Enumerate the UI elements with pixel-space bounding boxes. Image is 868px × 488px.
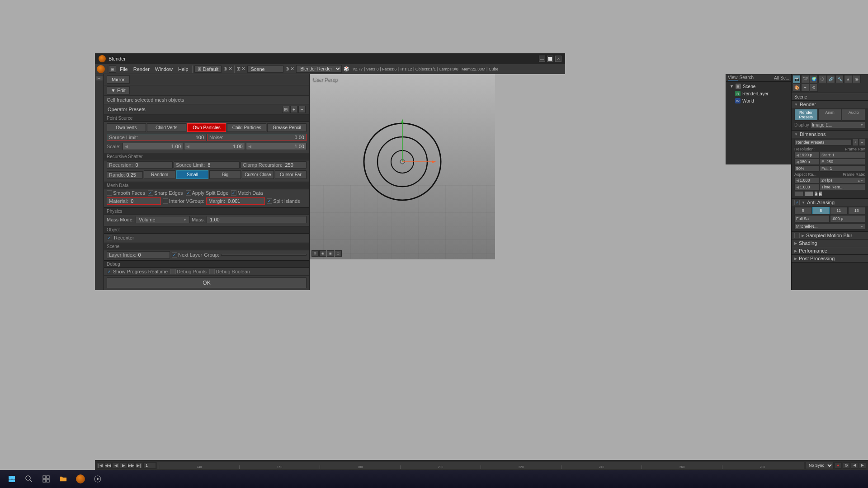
blender-taskbar-button[interactable] xyxy=(72,471,89,487)
scale-x-field[interactable]: ◀ 1.00 xyxy=(123,143,183,150)
constraint-props-icon[interactable]: 🔗 xyxy=(827,75,835,83)
outliner-renderlayer-item[interactable]: R RenderLayer xyxy=(728,90,789,97)
window-controls[interactable]: — ⬜ ✕ xyxy=(539,56,561,62)
presets-plus-btn[interactable]: + xyxy=(852,139,859,146)
scale-z-field[interactable]: ◀ 1.00 xyxy=(246,143,307,150)
percent-field[interactable]: 50% xyxy=(794,165,819,172)
aspect-x-field[interactable]: ◀ 1.000 xyxy=(794,177,819,183)
cursor-close-button[interactable]: Cursor Close xyxy=(242,170,274,179)
screen-x-icon[interactable]: ✕ xyxy=(228,66,232,72)
presets-controls[interactable]: ⊞ + − xyxy=(282,106,306,113)
recenter-checkbox[interactable]: ✓ xyxy=(107,235,112,240)
t-panel-toggle[interactable]: T xyxy=(96,76,103,81)
world-props-icon[interactable]: 🌍 xyxy=(810,75,818,83)
physics-props-icon[interactable]: ⚙ xyxy=(810,84,818,92)
sharp-edges-checkbox[interactable]: ✓ xyxy=(148,190,153,196)
own-particles-button[interactable]: Own Particles xyxy=(187,123,226,132)
interior-vgroup-checkbox[interactable] xyxy=(163,198,168,204)
res-y-left-arr[interactable]: ◀ xyxy=(796,160,799,164)
outliner-view-tab[interactable]: View xyxy=(728,75,738,80)
motion-blur-header[interactable]: ▶ Sampled Motion Blur xyxy=(792,232,868,239)
preset-add-icon[interactable]: + xyxy=(290,106,297,113)
reverse-play-btn[interactable]: ◀ xyxy=(112,462,119,469)
motion-blur-checkbox[interactable] xyxy=(794,233,800,238)
aspect-y-field[interactable]: ◀ 1.000 xyxy=(794,184,819,190)
aa-value-field[interactable]: .000 p xyxy=(830,215,865,222)
child-verts-button[interactable]: Child Verts xyxy=(147,123,186,132)
res-x-left-arr[interactable]: ◀ xyxy=(796,153,799,157)
search-button[interactable] xyxy=(21,471,37,487)
mirror-button[interactable]: Mirror xyxy=(107,75,130,84)
menu-file[interactable]: File xyxy=(118,66,130,72)
render-props-icon[interactable]: 📷 xyxy=(793,75,801,83)
go-end-btn[interactable]: ▶| xyxy=(135,462,142,469)
outliner-tabs[interactable]: View Search xyxy=(728,75,754,80)
split-islands-check[interactable]: ✓ Split Islands xyxy=(267,198,300,204)
aa-5-btn[interactable]: 5 xyxy=(794,207,812,214)
color-swatch-2[interactable] xyxy=(804,191,813,197)
debug-boolean-checkbox[interactable] xyxy=(209,269,215,274)
file-explorer-button[interactable] xyxy=(55,471,71,487)
frame-number-field[interactable]: 1 xyxy=(143,462,156,469)
object-props-icon[interactable]: ⬡ xyxy=(818,75,826,83)
outliner-scene-item[interactable]: ▼ ⊞ Scene xyxy=(728,83,789,90)
timeline-settings-btn[interactable]: ⚙ xyxy=(843,462,850,469)
render-tab-anim[interactable]: Anim xyxy=(818,109,842,121)
child-particles-button[interactable]: Child Particles xyxy=(227,123,266,132)
grease-pencil-button[interactable]: Grease Pencil xyxy=(267,123,307,132)
render-section-header[interactable]: ▼ Render xyxy=(792,101,868,108)
layout-button[interactable]: ⊞ Default xyxy=(194,66,222,73)
preset-remove-icon[interactable]: − xyxy=(298,106,306,113)
menu-window[interactable]: Window xyxy=(153,66,175,72)
apply-split-check-item[interactable]: ✓ Apply Split Edge xyxy=(186,190,229,196)
maximize-button[interactable]: ⬜ xyxy=(547,56,553,62)
timeline-ruler[interactable]: 740 160 180 200 220 240 260 280 xyxy=(157,462,804,469)
apply-split-checkbox[interactable]: ✓ xyxy=(186,190,191,196)
play-btn[interactable]: ▶ xyxy=(120,462,127,469)
cursor-far-button[interactable]: Cursor Far xyxy=(275,170,307,179)
scene-plus-icon[interactable]: ⊕ xyxy=(285,66,289,72)
scene-field[interactable] xyxy=(247,66,283,73)
show-progress-checkbox[interactable]: ✓ xyxy=(107,269,112,274)
scale-x-left-arrow[interactable]: ◀ xyxy=(125,144,128,149)
texture-props-icon[interactable]: 🎨 xyxy=(793,84,801,92)
interior-vgroup-check[interactable]: Interior VGroup: xyxy=(163,198,204,204)
next-layer-checkbox[interactable]: ✓ xyxy=(172,252,177,258)
go-start-btn[interactable]: |◀ xyxy=(97,462,104,469)
big-button[interactable]: Big xyxy=(209,170,241,179)
outliner-world-item[interactable]: W World xyxy=(728,97,789,104)
close-button[interactable]: ✕ xyxy=(555,56,561,62)
grid-icon[interactable]: ⊞ xyxy=(109,66,116,73)
vp-solid-btn[interactable]: ◼ xyxy=(327,250,334,257)
task-view-button[interactable] xyxy=(38,471,54,487)
match-data-checkbox[interactable]: ✓ xyxy=(231,190,236,196)
scene-controls[interactable]: ⊕ ✕ xyxy=(285,66,294,72)
menu-render[interactable]: Render xyxy=(132,66,151,72)
end-field[interactable]: E: 250 xyxy=(820,159,865,165)
scale-z-left-arrow[interactable]: ◀ xyxy=(248,144,251,149)
outliner-search-tab[interactable]: Search xyxy=(740,75,754,80)
margin-field[interactable]: Margin: 0.001 xyxy=(206,197,265,205)
post-processing-header[interactable]: ▶ Post Processing xyxy=(792,255,868,262)
scene-props-icon[interactable]: 🎬 xyxy=(801,75,809,83)
aa-8-btn[interactable]: 8 xyxy=(812,207,830,214)
fra-field[interactable]: Fra: 1 xyxy=(820,165,865,172)
dimensions-header[interactable]: ▼ Dimensions xyxy=(792,131,868,138)
noise-field[interactable]: Noise: 0.00 xyxy=(207,134,307,141)
layer-index-field[interactable]: Layer Index: 0 xyxy=(107,251,170,258)
small-button[interactable]: Small xyxy=(176,170,208,179)
split-icon[interactable]: ⊞ xyxy=(236,66,241,72)
split-islands-checkbox[interactable]: ✓ xyxy=(267,198,272,204)
renderer-select[interactable]: Blender Render xyxy=(296,65,342,73)
res-y-field[interactable]: ◀ 080 p xyxy=(794,159,819,165)
random-button[interactable]: Random xyxy=(144,170,175,179)
match-data-check-item[interactable]: ✓ Match Data xyxy=(231,190,263,196)
aa-checkbox[interactable]: ✓ xyxy=(794,200,800,205)
modifier-props-icon[interactable]: 🔧 xyxy=(835,75,844,83)
mass-value-field[interactable]: 1.00 xyxy=(207,216,307,223)
vp-wire-btn[interactable]: ◻ xyxy=(335,250,342,257)
data-props-icon[interactable]: ▲ xyxy=(844,75,852,83)
image-editor-select[interactable]: Image E... ▼ xyxy=(810,122,865,128)
start-button[interactable] xyxy=(4,471,20,487)
recursion-field[interactable]: Recursion: 0 xyxy=(107,161,173,169)
